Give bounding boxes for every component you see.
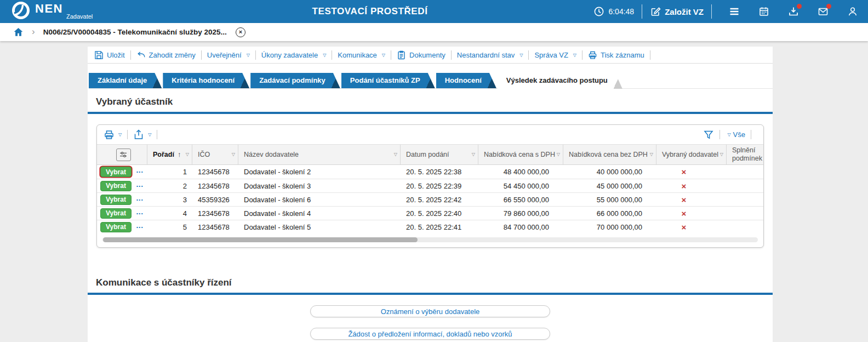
section-rule: [88, 112, 773, 114]
header-right: 6:04:48 Založit VZ: [593, 4, 860, 19]
participants-table-panel: ▽ ▽ ▽ Vše: [96, 124, 764, 248]
row-menu-icon[interactable]: •••: [136, 184, 144, 189]
cell-cena-bez-dph: 55 000 000,00: [563, 196, 656, 204]
vz-admin-menu[interactable]: Správa VZ ▽: [534, 51, 576, 59]
edit-icon: [650, 6, 661, 17]
table-row: Vybrat ••• 4 12345678 Dodavatel - školen…: [97, 206, 763, 220]
cell-cena-s-dph: 79 860 000,00: [478, 209, 563, 218]
hamburger-icon: [729, 6, 740, 17]
section-title-komunikace: Komunikace s účastníky řízení: [96, 277, 773, 288]
column-header-splneni-podminek[interactable]: Splnění podmínek: [727, 145, 763, 164]
save-label: Uložit: [107, 51, 125, 59]
scrollbar-thumb[interactable]: [103, 237, 418, 242]
column-filter-icon[interactable]: ▽: [472, 152, 475, 157]
column-label: IČO: [198, 151, 231, 159]
environment-title: TESTOVACÍ PROSTŘEDÍ: [312, 6, 427, 17]
vybrat-button[interactable]: Vybrat: [100, 167, 132, 177]
tab-5[interactable]: Výsledek zadávacího postupu: [498, 73, 623, 89]
documents-button[interactable]: Dokumenty: [397, 50, 446, 60]
table-body: Vybrat ••• 1 12345678 Dodavatel - školen…: [97, 165, 763, 233]
vybrat-button[interactable]: Vybrat: [100, 208, 132, 219]
publish-menu[interactable]: Uveřejnění ▽: [207, 51, 250, 59]
home-icon[interactable]: [13, 27, 24, 37]
discard-changes-label: Zahodit změny: [149, 51, 196, 59]
column-header-ico[interactable]: IČO ▽: [192, 145, 238, 164]
vz-admin-label: Správa VZ: [534, 51, 568, 59]
cell-poradi: 4: [147, 209, 192, 218]
close-tab-icon[interactable]: ×: [236, 27, 245, 37]
content-column: Uložit Zahodit změny Uveřejnění ▽ Úkony …: [88, 47, 773, 342]
tab-label: Kritéria hodnocení: [172, 76, 235, 84]
cell-cena-bez-dph: 70 000 000,00: [563, 223, 656, 231]
column-header-cena-bez-dph[interactable]: Nabídková cena bez DPH ▽: [563, 145, 656, 164]
cell-poradi: 2: [147, 182, 192, 190]
row-menu-icon[interactable]: •••: [136, 197, 144, 202]
zadost-o-predlozeni-button[interactable]: Žádost o předložení informací, dokladů n…: [310, 328, 550, 340]
save-button[interactable]: Uložit: [94, 50, 125, 60]
notification-badge: [826, 4, 831, 9]
printer-icon: [104, 129, 115, 140]
view-filter-select[interactable]: ▽ Vše: [726, 130, 745, 139]
breadcrumb: › N006/25/V00004835 - Telekomunikační sl…: [0, 23, 868, 41]
tab-4[interactable]: Hodnocení: [436, 73, 496, 88]
cell-cena-s-dph: 66 550 000,00: [478, 196, 563, 204]
documents-label: Dokumenty: [409, 51, 446, 59]
chevron-down-icon: ▽: [382, 53, 385, 58]
print-record-label: Tisk záznamu: [601, 51, 644, 59]
cell-nazev-dodavatele: Dodavatel - školení 3: [238, 182, 401, 190]
divider: [650, 50, 650, 60]
vybrat-button[interactable]: Vybrat: [100, 222, 132, 232]
menu-button[interactable]: [729, 6, 740, 17]
filter-funnel-icon: [703, 129, 714, 140]
communication-menu[interactable]: Komunikace ▽: [338, 51, 385, 59]
row-menu-icon[interactable]: •••: [136, 225, 144, 230]
nonstandard-state-menu[interactable]: Nestandardní stav ▽: [457, 51, 523, 59]
column-filter-icon[interactable]: ▽: [720, 152, 723, 157]
column-header-vybrany-dodavatel[interactable]: Vybraný dodavatel ▽: [656, 145, 727, 164]
column-filter-icon[interactable]: ▽: [186, 152, 189, 157]
contracting-actions-menu[interactable]: Úkony zadavatele ▽: [261, 51, 327, 59]
table-row: Vybrat ••• 2 12345678 Dodavatel - školen…: [97, 179, 763, 192]
calendar-button[interactable]: [758, 6, 769, 17]
divider: [157, 130, 157, 139]
column-filter-icon[interactable]: ▽: [394, 152, 397, 157]
zalozit-vz-button[interactable]: Založit VZ: [650, 6, 704, 17]
column-settings-button[interactable]: [116, 149, 131, 161]
tab-label: Zadávací podmínky: [259, 76, 326, 84]
tab-0[interactable]: Základní údaje: [89, 73, 162, 88]
column-header-cena-s-dph[interactable]: Nabídková cena s DPH ▽: [478, 145, 563, 164]
column-filter-icon[interactable]: ▽: [232, 152, 235, 157]
column-filter-icon[interactable]: ▽: [650, 152, 653, 157]
grid-export-button[interactable]: ▽: [133, 129, 151, 140]
column-label: Název dodavatele: [244, 151, 393, 159]
column-header-nazev-dodavatele[interactable]: Název dodavatele ▽: [238, 145, 401, 164]
discard-changes-button[interactable]: Zahodit změny: [136, 50, 196, 60]
nen-logo[interactable]: NEN Zadavatel: [11, 1, 63, 22]
grid-print-button[interactable]: ▽: [104, 129, 122, 140]
column-header-datum-podani[interactable]: Datum podání ▽: [401, 145, 478, 164]
view-filter-value: Vše: [733, 130, 745, 139]
vybrat-button[interactable]: Vybrat: [100, 195, 132, 205]
grid-filter-button[interactable]: [703, 129, 714, 140]
profile-button[interactable]: [847, 6, 858, 17]
tab-1[interactable]: Kritéria hodnocení: [163, 73, 249, 88]
oznameni-o-vyberu-button[interactable]: Oznámení o výběru dodavatele: [310, 305, 550, 317]
sliders-icon: [119, 150, 128, 159]
breadcrumb-item[interactable]: N006/25/V00004835 - Telekomunikační služ…: [43, 28, 227, 36]
divider: [719, 130, 720, 139]
tab-2[interactable]: Zadávací podmínky: [250, 73, 340, 88]
column-filter-icon[interactable]: ▽: [557, 152, 560, 157]
row-menu-icon[interactable]: •••: [136, 211, 144, 216]
vybrat-button[interactable]: Vybrat: [100, 181, 132, 191]
publish-label: Uveřejnění: [207, 51, 242, 59]
horizontal-scrollbar[interactable]: [102, 237, 758, 242]
downloads-button[interactable]: [788, 6, 799, 17]
tab-3[interactable]: Podání účastníků ZP: [341, 73, 435, 88]
chevron-down-icon: ▽: [573, 53, 576, 58]
tab-label: Hodnocení: [445, 76, 482, 84]
row-menu-icon[interactable]: •••: [136, 169, 144, 174]
messages-button[interactable]: [818, 6, 829, 17]
column-header-poradi[interactable]: Pořadí ↑ ▽: [147, 145, 192, 164]
print-record-button[interactable]: Tisk záznamu: [588, 50, 644, 60]
export-icon: [133, 129, 144, 140]
